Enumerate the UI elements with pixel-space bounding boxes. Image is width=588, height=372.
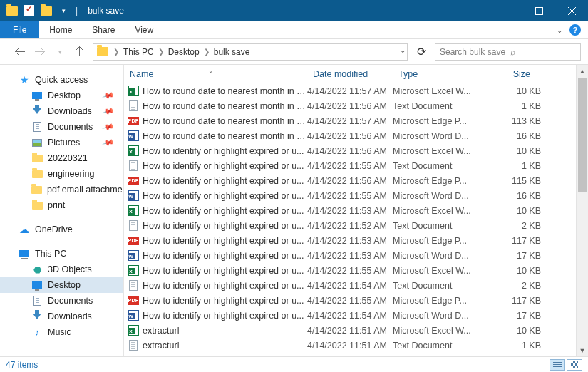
col-date[interactable]: Date modified <box>307 69 393 79</box>
file-row[interactable]: PDFHow to identify or highlight expired … <box>124 173 588 188</box>
sidebar-folder[interactable]: print <box>0 197 123 213</box>
file-row[interactable]: How to identify or highlight expired or … <box>124 263 588 278</box>
sidebar-3dobjects[interactable]: ⬣3D Objects <box>0 262 123 277</box>
document-icon <box>33 296 41 306</box>
crumb-root[interactable]: This PC <box>120 47 157 57</box>
sidebar-label: 20220321 <box>48 153 88 163</box>
sidebar-downloads-pc[interactable]: Downloads <box>0 309 123 324</box>
search-icon[interactable]: ⌕ <box>506 47 581 57</box>
xlsx-file-icon <box>124 325 143 336</box>
address-dropdown-icon[interactable]: ⌄ <box>400 46 406 54</box>
titlebar: ▾ | bulk save <box>0 0 588 21</box>
qat-properties[interactable] <box>21 3 37 19</box>
file-size: 10 KB <box>483 266 541 276</box>
sidebar-documents[interactable]: Documents📌 <box>0 119 123 135</box>
scroll-up-icon[interactable]: ▲ <box>577 65 588 77</box>
file-size: 17 KB <box>483 311 541 321</box>
checklist-icon <box>24 5 34 16</box>
search-input[interactable]: Search bulk save ⌕ <box>435 43 581 61</box>
col-type[interactable]: Type <box>393 69 483 79</box>
file-row[interactable]: extracturl4/14/2022 11:51 AMText Documen… <box>124 338 588 353</box>
col-name[interactable]: Name⌄ <box>124 69 307 79</box>
up-button[interactable]: 🡡 <box>73 45 87 59</box>
close-button[interactable] <box>555 0 588 21</box>
txt-file-icon <box>124 340 143 351</box>
file-row[interactable]: PDFHow to identify or highlight expired … <box>124 233 588 248</box>
sidebar-downloads[interactable]: Downloads📌 <box>0 103 123 119</box>
tab-share[interactable]: Share <box>82 21 125 38</box>
sidebar-desktop[interactable]: Desktop📌 <box>0 88 123 103</box>
file-name: How to round date to nearest month in E.… <box>143 86 307 96</box>
file-type: Microsoft Excel W... <box>393 266 483 276</box>
maximize-button[interactable] <box>522 0 555 21</box>
file-row[interactable]: How to identify or highlight expired or … <box>124 188 588 203</box>
downloads-icon <box>33 314 41 319</box>
sidebar-thispc[interactable]: This PC <box>0 246 123 262</box>
tab-view[interactable]: View <box>125 21 163 38</box>
qat-dropdown[interactable]: ▾ <box>56 3 71 19</box>
col-size[interactable]: Size <box>483 69 543 79</box>
file-row[interactable]: How to round date to nearest month in E.… <box>124 128 588 143</box>
file-name: How to identify or highlight expired or … <box>143 206 307 216</box>
sidebar-onedrive[interactable]: ☁OneDrive <box>0 222 123 237</box>
file-size: 17 KB <box>483 251 541 261</box>
file-row[interactable]: How to identify or highlight expired or … <box>124 143 588 158</box>
file-row[interactable]: How to round date to nearest month in E.… <box>124 98 588 113</box>
file-type: Text Document <box>393 221 483 231</box>
scroll-thumb[interactable] <box>578 78 587 192</box>
sidebar-music[interactable]: ♪Music <box>0 324 123 340</box>
folder-icon <box>31 186 42 194</box>
file-date: 4/14/2022 11:54 AM <box>307 311 393 321</box>
file-type: Microsoft Excel W... <box>393 86 483 96</box>
sidebar-folder[interactable]: pdf email attachments <box>0 182 123 197</box>
details-icon <box>553 362 562 368</box>
sidebar-pictures[interactable]: Pictures📌 <box>0 135 123 150</box>
sidebar-quick-access[interactable]: ★Quick access <box>0 72 123 88</box>
view-details-button[interactable] <box>550 359 565 371</box>
forward-button[interactable]: 🡢 <box>33 45 47 59</box>
refresh-button[interactable]: ⟳ <box>413 44 429 60</box>
qat-folder-icon[interactable] <box>4 3 20 19</box>
file-row[interactable]: How to identify or highlight expired or … <box>124 278 588 293</box>
scroll-down-icon[interactable]: ▼ <box>577 344 588 356</box>
sidebar-label: Downloads <box>48 311 92 321</box>
crumb-current[interactable]: bulk save <box>211 47 253 57</box>
sidebar-label: print <box>48 200 65 210</box>
view-large-button[interactable] <box>567 359 582 371</box>
file-row[interactable]: How to identify or highlight expired or … <box>124 248 588 263</box>
file-row[interactable]: How to round date to nearest month in E.… <box>124 83 588 98</box>
recent-dropdown[interactable]: ▾ <box>53 45 67 59</box>
crumb-sep: ❯ <box>157 48 165 56</box>
file-name: How to identify or highlight expired or … <box>143 146 307 156</box>
help-button[interactable]: ? <box>569 24 581 36</box>
sidebar-desktop-pc[interactable]: Desktop <box>0 277 123 293</box>
file-size: 115 KB <box>483 176 541 186</box>
minimize-button[interactable] <box>490 0 522 21</box>
file-row[interactable]: How to identify or highlight expired or … <box>124 203 588 218</box>
pdf-file-icon: PDF <box>124 177 143 185</box>
ribbon-expand-icon[interactable]: ⌄ <box>557 26 562 34</box>
crumb-desktop[interactable]: Desktop <box>165 47 202 57</box>
file-size: 10 KB <box>483 146 541 156</box>
sidebar-label: Pictures <box>48 138 80 148</box>
sidebar-documents-pc[interactable]: Documents <box>0 293 123 309</box>
sidebar-folder[interactable]: engineering <box>0 166 123 182</box>
qat-new-folder[interactable] <box>38 3 54 19</box>
file-row[interactable]: PDFHow to identify or highlight expired … <box>124 293 588 308</box>
sidebar-label: Documents <box>48 296 93 306</box>
back-button[interactable]: 🡠 <box>13 45 27 59</box>
file-row[interactable]: How to identify or highlight expired or … <box>124 308 588 323</box>
file-row[interactable]: PDFHow to round date to nearest month in… <box>124 113 588 128</box>
file-row[interactable]: How to identify or highlight expired or … <box>124 218 588 233</box>
sidebar-folder[interactable]: 20220321 <box>0 150 123 166</box>
file-size: 10 KB <box>483 206 541 216</box>
tab-file[interactable]: File <box>0 21 39 38</box>
txt-file-icon <box>124 160 143 171</box>
file-name: extracturl <box>143 341 307 351</box>
file-row[interactable]: How to identify or highlight expired or … <box>124 158 588 173</box>
address-bar[interactable]: ❯ This PC ❯ Desktop ❯ bulk save ⌄ <box>93 43 408 61</box>
tab-home[interactable]: Home <box>39 21 82 38</box>
file-row[interactable]: extracturl4/14/2022 11:51 AMMicrosoft Ex… <box>124 323 588 338</box>
file-size: 113 KB <box>483 116 541 126</box>
vertical-scrollbar[interactable]: ▲ ▼ <box>576 65 588 356</box>
